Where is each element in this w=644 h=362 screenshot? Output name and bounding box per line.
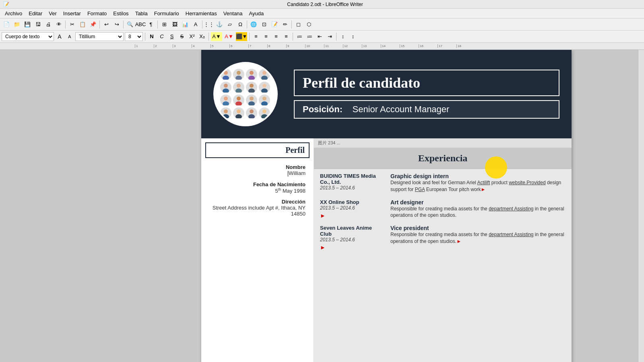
table2-btn[interactable]: ⊡ — [259, 20, 269, 29]
frame-btn[interactable]: ▱ — [225, 20, 235, 29]
menu-insertar[interactable]: Insertar — [60, 10, 84, 17]
indent-dec-btn[interactable]: ⇤ — [315, 32, 324, 41]
fecha-value: 5th May 1998 — [205, 187, 305, 194]
exp-company-3: Seven Leaves Anime Club — [320, 225, 384, 237]
vertical-scrollbar[interactable] — [638, 50, 644, 362]
shapes-btn[interactable]: ◻ — [293, 20, 303, 29]
svg-point-10 — [237, 84, 241, 88]
svg-point-25 — [223, 114, 229, 118]
svg-point-28 — [250, 109, 254, 113]
para-spacing-btn[interactable]: ↕ — [349, 32, 357, 41]
sep6 — [247, 21, 247, 29]
table-btn[interactable]: ⊞ — [159, 20, 169, 29]
dept-link-3: department Assisting — [489, 232, 533, 237]
right-column: 图片 234 ... Experiencia BUIDING TIMES Med… — [314, 138, 572, 362]
nombre-value: William — [205, 170, 305, 177]
menu-editar[interactable]: Editar — [25, 10, 45, 17]
candidato-title: Perfil de candidato — [303, 75, 420, 91]
ruler-tick: 13 — [362, 44, 381, 48]
undo-btn[interactable]: ↩ — [101, 20, 111, 29]
paste-btn[interactable]: 📌 — [88, 20, 98, 29]
menu-formato[interactable]: Formato — [84, 10, 110, 17]
menu-estilos[interactable]: Estilos — [110, 10, 132, 17]
align-right-btn[interactable]: ≡ — [272, 32, 281, 41]
underline-btn[interactable]: S — [167, 32, 176, 41]
basic-shapes-btn[interactable]: ⬡ — [304, 20, 314, 29]
menu-ayuda[interactable]: Ayuda — [246, 10, 267, 17]
new-btn[interactable]: 📄 — [2, 20, 11, 29]
menu-ventana[interactable]: Ventana — [220, 10, 246, 17]
char-color-btn[interactable]: ⬛▼ — [236, 32, 247, 41]
save-btn[interactable]: 💾 — [23, 20, 32, 29]
sep-fmt4 — [293, 33, 293, 41]
ruler-tick: 16 — [419, 44, 438, 48]
italic-btn[interactable]: C — [157, 32, 166, 41]
exp-desc-2: Responsible for creating media assets fo… — [390, 206, 566, 219]
font-size-a-btn[interactable]: A — [55, 32, 64, 41]
anchor-btn[interactable]: ⚓ — [215, 20, 224, 29]
cut-btn[interactable]: ✂ — [67, 20, 77, 29]
align-center-btn[interactable]: ≡ — [262, 32, 270, 41]
menu-archivo[interactable]: Archivo — [2, 10, 25, 17]
redo-btn[interactable]: ↪ — [112, 20, 122, 29]
font-color-btn[interactable]: A▼ — [223, 32, 235, 41]
copy-btn[interactable]: 📋 — [78, 20, 87, 29]
drawing-btn[interactable]: ✏ — [280, 20, 290, 29]
menu-herramientas[interactable]: Herramientas — [182, 10, 220, 17]
subscript-btn[interactable]: X₂ — [198, 32, 206, 41]
menu-tabla[interactable]: Tabla — [132, 10, 151, 17]
text-btn[interactable]: A — [191, 20, 200, 29]
superscript-btn[interactable]: X² — [188, 32, 196, 41]
dept-link-2: department Assisting — [489, 206, 533, 212]
image-btn[interactable]: 🖼 — [170, 20, 180, 29]
font-size-select[interactable]: 8 — [125, 32, 143, 41]
exp-desc-3: Responsible for creating media assets fo… — [390, 231, 566, 245]
preview-btn[interactable]: 👁 — [54, 20, 64, 29]
exp-company-2: XX Online Shop — [320, 199, 384, 205]
avatar — [220, 69, 231, 80]
exp-entry-1: BUIDING TIMES Media Co., Ltd. 2013.5 – 2… — [320, 173, 566, 193]
find-btn[interactable]: 🔍 — [125, 20, 135, 29]
title-bar: 📝 Candidato 2.odt - LibreOffice Writer — [0, 0, 644, 9]
sep7 — [291, 21, 292, 29]
highlight-btn[interactable]: A▼ — [211, 32, 222, 41]
para-btn[interactable]: ¶ — [146, 20, 156, 29]
menu-ver[interactable]: Ver — [45, 10, 60, 17]
columns-btn[interactable]: ⋮⋮ — [204, 20, 214, 29]
document-container[interactable]: Perfil de candidato Posición: Senior Acc… — [135, 50, 638, 362]
footnote-btn[interactable]: 📝 — [270, 20, 279, 29]
fontwork-btn[interactable]: Ω — [235, 20, 245, 29]
ruler: 1 2 3 4 5 6 7 8 9 10 11 12 13 14 15 16 1… — [0, 43, 644, 50]
bold-btn[interactable]: N — [147, 32, 156, 41]
menu-formulario[interactable]: Formulario — [151, 10, 182, 17]
style-select[interactable]: Cuerpo de texto — [2, 32, 54, 41]
position-box: Posición: Senior Account Manager — [294, 100, 559, 119]
svg-point-9 — [223, 88, 229, 93]
spell-btn[interactable]: ABC — [136, 20, 145, 29]
strikethrough-btn[interactable]: S̶ — [178, 32, 186, 41]
exp-right-3: Vice president Responsible for creating … — [390, 225, 566, 245]
open-btn[interactable]: 📁 — [12, 20, 22, 29]
sep-fmt1 — [145, 33, 145, 41]
hyperlink-btn[interactable]: 🌐 — [249, 20, 258, 29]
bullets-btn[interactable]: ≔ — [295, 32, 304, 41]
exp-left-2: XX Online Shop 2013.5 – 2014.6 ► — [320, 199, 384, 219]
numbering-btn[interactable]: ≔ — [305, 32, 314, 41]
line-spacing-btn[interactable]: ↕ — [339, 32, 347, 41]
exp-dates-3: 2013.5 – 2014.6 — [320, 237, 384, 243]
font-select[interactable]: Titillium — [75, 32, 124, 41]
svg-point-14 — [262, 84, 266, 88]
indent-inc-btn[interactable]: ⇥ — [325, 32, 334, 41]
print-btn[interactable]: 🖨 — [43, 20, 53, 29]
chart-btn[interactable]: 📊 — [180, 20, 190, 29]
align-left-btn[interactable]: ≡ — [252, 32, 260, 41]
svg-point-17 — [223, 101, 229, 105]
fecha-label: Fecha de Nacimiento — [205, 181, 305, 187]
justify-btn[interactable]: ≡ — [282, 32, 291, 41]
perfil-title-box: Perfil — [205, 142, 310, 158]
font-size-a2-btn[interactable]: A — [65, 32, 74, 41]
exp-right-1: Graphic design intern Designed look and … — [390, 173, 566, 193]
main-area: Perfil de candidato Posición: Senior Acc… — [0, 50, 644, 362]
save-as-btn[interactable]: 🖫 — [33, 20, 43, 29]
actilift-link: Actilift — [477, 180, 490, 185]
